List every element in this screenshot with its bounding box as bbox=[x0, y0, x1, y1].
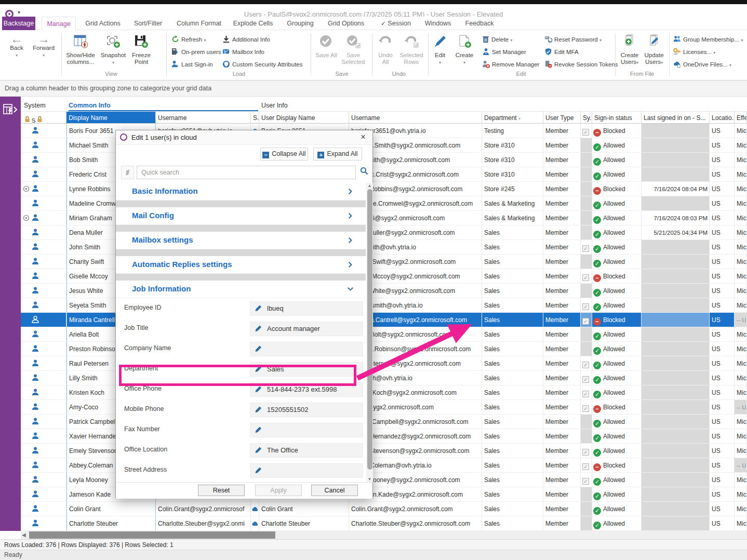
row-icon-cell[interactable] bbox=[21, 298, 66, 313]
cell-signin[interactable]: ✓Allowed bbox=[592, 444, 642, 458]
cell-user_type[interactable]: Member bbox=[543, 255, 581, 269]
cell-signin[interactable]: −Blocked bbox=[592, 458, 642, 473]
cell-location[interactable]: US bbox=[710, 313, 735, 327]
cell-location[interactable]: US bbox=[710, 298, 735, 313]
create-users-button[interactable]: Create Users▾ bbox=[618, 33, 641, 66]
cell-effective[interactable]: Mic bbox=[735, 284, 747, 298]
cell-effective[interactable]: Mic bbox=[735, 385, 747, 400]
cell-sy[interactable] bbox=[581, 138, 592, 153]
chevron-right-icon[interactable] bbox=[346, 261, 354, 271]
cell-location[interactable]: US bbox=[710, 240, 735, 255]
cell-last_signin[interactable] bbox=[642, 327, 710, 342]
tab-feedback[interactable]: Feedback bbox=[463, 17, 496, 30]
collapse-all-button[interactable]: −Collapse All bbox=[260, 148, 308, 161]
cell-effective[interactable]: Mic bbox=[735, 153, 747, 167]
cell-department[interactable]: Sales bbox=[482, 458, 543, 473]
cell-user_type[interactable]: Member bbox=[543, 502, 581, 516]
row-icon-cell[interactable] bbox=[21, 211, 66, 225]
cell-department[interactable]: Sales bbox=[482, 327, 543, 342]
scroll-left-arrow-icon[interactable]: ◀ bbox=[22, 532, 26, 538]
sync-checkbox[interactable]: ✓ bbox=[582, 362, 589, 368]
cell-signin[interactable]: ✓Allowed bbox=[592, 502, 642, 516]
field-input[interactable] bbox=[250, 423, 363, 437]
tab-backstage[interactable]: Backstage bbox=[2, 17, 35, 30]
cell-last_signin[interactable] bbox=[642, 153, 710, 167]
sync-checkbox[interactable]: ✓ bbox=[582, 463, 589, 470]
row-icon-cell[interactable] bbox=[21, 385, 66, 400]
cell-location[interactable]: US bbox=[710, 385, 735, 400]
cell-last_signin[interactable]: 7/16/2024 08:04 PM bbox=[642, 182, 710, 196]
row-icon-cell[interactable] bbox=[21, 182, 66, 196]
cell-sy[interactable] bbox=[581, 284, 592, 298]
cell-location[interactable]: US bbox=[710, 502, 735, 516]
row-icon-cell[interactable] bbox=[21, 240, 66, 255]
cell-sy[interactable] bbox=[581, 327, 592, 342]
cell-location[interactable]: US bbox=[710, 400, 735, 415]
cell-effective[interactable]: -- U bbox=[735, 400, 747, 415]
dialog-scrollbar-thumb[interactable] bbox=[367, 189, 372, 470]
cell-signin[interactable]: ✓Allowed bbox=[592, 298, 642, 313]
snapshot-button[interactable]: Snapshot▾ bbox=[99, 33, 128, 66]
cell-department[interactable]: Sales & Marketing bbox=[482, 196, 543, 211]
cell-user_type[interactable]: Member bbox=[543, 327, 581, 342]
cell-signin[interactable]: ✓Allowed bbox=[592, 342, 642, 356]
group-membership-button[interactable]: Group Membership... ▾ bbox=[673, 34, 743, 45]
cell-department[interactable]: Sales bbox=[482, 225, 543, 240]
cell-department[interactable]: Sales bbox=[482, 298, 543, 313]
undo-all-button[interactable]: Undo All bbox=[375, 33, 396, 65]
row-icon-cell[interactable] bbox=[21, 371, 66, 385]
cell-effective[interactable]: Mic bbox=[735, 167, 747, 182]
field-input[interactable] bbox=[250, 463, 363, 478]
cell-department[interactable]: Sales bbox=[482, 342, 543, 356]
cell-user_type[interactable]: Member bbox=[543, 138, 581, 153]
cell-effective[interactable]: Mic bbox=[735, 124, 747, 138]
cell-user_type[interactable]: Member bbox=[543, 415, 581, 429]
cell-display_name[interactable]: Charlotte Steuber bbox=[66, 516, 156, 531]
cell-user_type[interactable]: Member bbox=[543, 211, 581, 225]
cell-effective[interactable]: Mic bbox=[735, 502, 747, 516]
reset-password-button[interactable]: **Reset Password ▾ bbox=[544, 34, 602, 45]
cell-signin[interactable]: −Blocked bbox=[592, 400, 642, 415]
cell-sy[interactable]: ✓ bbox=[581, 313, 592, 327]
edit-mfa-button[interactable]: Edit MFA bbox=[544, 47, 579, 57]
cell-last_signin[interactable] bbox=[642, 356, 710, 371]
cell-sy[interactable]: ✓ bbox=[581, 356, 592, 371]
cell-effective[interactable]: Mic bbox=[735, 444, 747, 458]
row-icon-cell[interactable] bbox=[21, 415, 66, 429]
column-header-user_display_name[interactable]: User Display Name bbox=[259, 111, 349, 124]
section-mail-config[interactable]: Mail Config bbox=[116, 207, 366, 225]
cell-signin[interactable]: ✓Allowed bbox=[592, 429, 642, 444]
row-icon-cell[interactable] bbox=[21, 516, 66, 531]
column-header-username[interactable]: Username bbox=[156, 111, 251, 124]
cell-signin[interactable]: ✓Allowed bbox=[592, 415, 642, 429]
tab-windows[interactable]: Windows bbox=[422, 17, 454, 30]
sync-checkbox[interactable]: ✓ bbox=[582, 376, 589, 383]
cell-location[interactable]: US bbox=[710, 255, 735, 269]
cell-sy[interactable]: ✓ bbox=[581, 473, 592, 487]
cell-signin[interactable]: ✓Allowed bbox=[592, 211, 642, 225]
cell-department[interactable]: Sales bbox=[482, 400, 543, 415]
row-icon-cell[interactable] bbox=[21, 196, 66, 211]
cell-location[interactable]: US bbox=[710, 327, 735, 342]
cell-display_name[interactable]: Colin Grant bbox=[66, 502, 156, 516]
cell-user_type[interactable]: Member bbox=[543, 371, 581, 385]
cell-sy[interactable] bbox=[581, 167, 592, 182]
cell-signin[interactable]: ✓Allowed bbox=[592, 371, 642, 385]
cell-effective[interactable]: Mic bbox=[735, 225, 747, 240]
cell-signin[interactable]: −Blocked bbox=[592, 182, 642, 196]
sync-checkbox[interactable]: ✓ bbox=[582, 318, 589, 325]
field-input[interactable]: The Office bbox=[250, 443, 363, 458]
cell-effective[interactable]: Mic bbox=[735, 473, 747, 487]
cell-username[interactable]: Colin.Grant@sygx2.onmicrosof bbox=[156, 502, 251, 516]
cell-sy[interactable] bbox=[581, 516, 592, 531]
cell-last_signin[interactable] bbox=[642, 196, 710, 211]
tab-sort-filter[interactable]: Sort/Filter bbox=[129, 17, 167, 30]
tab-explode-cells[interactable]: Explode Cells bbox=[230, 17, 276, 30]
cell-effective[interactable]: -- U bbox=[735, 313, 747, 327]
field-input[interactable]: lbueq bbox=[250, 301, 363, 316]
cell-last_signin[interactable] bbox=[642, 502, 710, 516]
sync-checkbox[interactable]: ✓ bbox=[582, 274, 589, 281]
band-common-info[interactable]: Common Info bbox=[69, 100, 258, 111]
cell-location[interactable]: US bbox=[710, 444, 735, 458]
create-button[interactable]: Create▾ bbox=[452, 33, 477, 66]
